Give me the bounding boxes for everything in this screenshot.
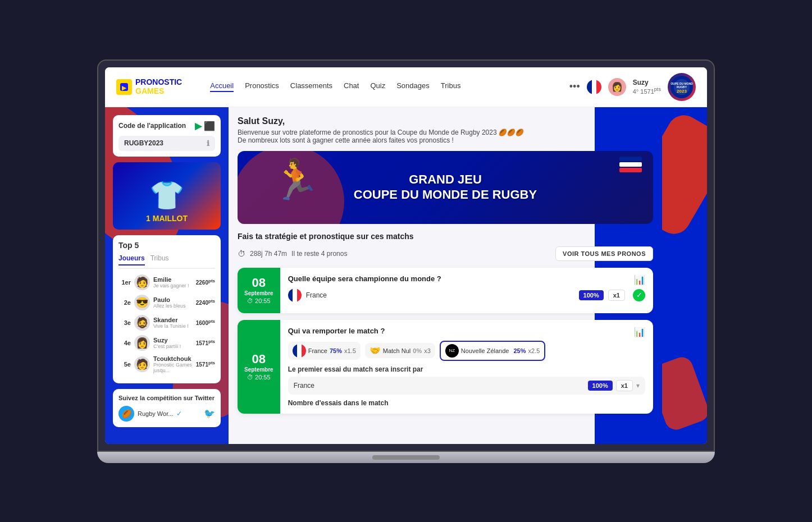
essai-select[interactable]: France 100% x1 ▾ xyxy=(288,377,645,395)
svg-text:2023: 2023 xyxy=(677,89,687,94)
list-item: 4e 👩 Suzy C'est partiii ! 1571pts xyxy=(118,335,215,351)
user-name: Suzy xyxy=(633,79,661,86)
list-item: 5e 🧑 Tcouktchouk Pronostic Games jusqu..… xyxy=(118,355,215,373)
top5-card: Top 5 Joueurs Tribus 1er 🧑 Emilie xyxy=(113,235,221,383)
avatar[interactable]: 👩 xyxy=(608,78,626,96)
nav-accueil[interactable]: Accueil xyxy=(210,81,234,92)
match-card: 08 Septembre ⏱ 20:55 📊 Quelle équipe ser… xyxy=(238,268,653,313)
mult-badge: x1 xyxy=(608,290,625,301)
jersey-label: 1 MAILLOT xyxy=(146,214,188,223)
timer-bar: ⏱ 288j 7h 47m Il te reste 4 pronos VOIR … xyxy=(238,246,653,261)
top5-title: Top 5 xyxy=(118,241,215,250)
app-code-title: Code de l'application ▶ ⬛ xyxy=(118,121,215,131)
jersey-banner: 👕 1 MAILLOT xyxy=(113,162,221,230)
twitter-icon[interactable]: 🐦 xyxy=(204,408,215,419)
flag-decoration xyxy=(619,157,642,172)
list-item: 1er 🧑 Emilie Je vais gagner ! 2260pts xyxy=(118,274,215,290)
avatar: 🧔 xyxy=(134,315,150,331)
google-play-icon[interactable]: ▶ xyxy=(195,121,202,131)
app-code-input[interactable]: RUGBY2023 ℹ xyxy=(118,136,215,151)
clock-icon: ⏱ xyxy=(247,297,253,304)
navbar: ▶ PRONOSTICGAMES Accueil Pronostics Clas… xyxy=(105,67,707,107)
match-card: 08 Septembre ⏱ 20:55 📊 Qui va remporter … xyxy=(238,320,653,414)
top5-tabs: Joueurs Tribus xyxy=(118,254,215,269)
chevron-down-icon: ▾ xyxy=(636,382,640,390)
france-flag xyxy=(288,289,302,302)
nav-more-icon[interactable]: ••• xyxy=(569,81,580,93)
strategy-title: Fais ta stratégie et pronostique sur ces… xyxy=(238,232,653,241)
apple-store-icon[interactable]: ⬛ xyxy=(204,121,215,131)
logo[interactable]: ▶ PRONOSTICGAMES xyxy=(116,78,182,95)
tab-tribus[interactable]: Tribus xyxy=(150,254,169,265)
list-item: 2e 😎 Paulo Allez les bleus 2240pts xyxy=(118,295,215,310)
timer-info: ⏱ 288j 7h 47m Il te reste 4 pronos xyxy=(238,249,347,258)
logo-text: PRONOSTICGAMES xyxy=(135,78,182,95)
hero-title: GRAND JEU COUPE DU MONDE DE RUGBY xyxy=(354,172,537,202)
nav-classements[interactable]: Classements xyxy=(290,81,332,92)
app-code-card: Code de l'application ▶ ⬛ RUGBY2023 ℹ xyxy=(113,115,221,157)
avatar: 👩 xyxy=(134,335,150,351)
info-icon: ℹ xyxy=(207,139,209,148)
twitter-avatar: 🏉 xyxy=(118,406,134,422)
team-option-france[interactable]: France 75% x1.5 xyxy=(288,342,361,360)
jersey-emoji: 👕 xyxy=(149,179,184,212)
match-body: 📊 Quelle équipe sera championne du monde… xyxy=(280,268,653,313)
list-item: 3e 🧔 Skander Vive la Tunisie ! 1600pts xyxy=(118,315,215,331)
rugby-world-cup-logo: COUPE DU MONDE RUGBY 2023 xyxy=(668,73,696,101)
nav-tribus[interactable]: Tribus xyxy=(441,81,461,92)
laptop-notch xyxy=(372,455,440,460)
pct-badge: 100% xyxy=(579,290,604,300)
user-rank: 4° 1571pts xyxy=(633,86,661,95)
main-content: Salut Suzy, Bienvenue sur votre platefor… xyxy=(229,107,662,444)
twitter-verified-icon: ✓ xyxy=(176,410,182,418)
clock-icon: ⏱ xyxy=(247,374,253,381)
france-flag xyxy=(293,344,306,358)
app-store-icons: ▶ ⬛ xyxy=(195,121,215,131)
team-option-nz[interactable]: NZ Nouvelle Zélande 25% x2.5 xyxy=(440,341,545,361)
match-body: 📊 Qui va remporter le match ? France 75%… xyxy=(280,320,653,414)
stats-icon[interactable]: 📊 xyxy=(634,327,645,337)
svg-text:▶: ▶ xyxy=(122,85,127,91)
sidebar: Code de l'application ▶ ⬛ RUGBY2023 ℹ xyxy=(105,107,229,444)
essai-section: Le premier essai du match sera inscrit p… xyxy=(288,365,645,395)
prono-selection: France 100% x1 ✓ xyxy=(288,289,645,302)
confirmed-check-icon: ✓ xyxy=(633,289,645,301)
draw-icon: 🤝 xyxy=(369,345,381,356)
logo-icon: ▶ xyxy=(116,79,132,95)
language-flag-fr[interactable] xyxy=(587,80,601,94)
nav-sondages[interactable]: Sondages xyxy=(396,81,430,92)
greeting: Salut Suzy, xyxy=(238,116,653,126)
match-date: 08 Septembre ⏱ 20:55 xyxy=(238,268,280,313)
nav-pronostics[interactable]: Pronostics xyxy=(245,81,279,92)
nav-right: ••• 👩 Suzy 4° 1571pts COUPE DU MONDE xyxy=(569,73,696,101)
new-zealand-flag: NZ xyxy=(445,344,459,358)
view-all-pronos-button[interactable]: VOIR TOUS MES PRONOS xyxy=(555,246,653,261)
welcome-text-1: Bienvenue sur votre plateforme de pronos… xyxy=(238,129,653,144)
clock-icon: ⏱ xyxy=(238,249,245,258)
rugby-player-silhouette: 🏃 xyxy=(271,157,320,203)
right-decoration xyxy=(662,107,707,444)
nav-quiz[interactable]: Quiz xyxy=(370,81,385,92)
nav-links: Accueil Pronostics Classements Chat Quiz… xyxy=(210,81,558,92)
nav-chat[interactable]: Chat xyxy=(344,81,359,92)
twitter-handle: Rugby Wor... xyxy=(138,410,173,417)
stats-icon[interactable]: 📊 xyxy=(634,274,645,285)
team-option-draw[interactable]: 🤝 Match Nul 0% x3 xyxy=(365,343,435,358)
twitter-section: Suivez la compétition sur Twitter 🏉 Rugb… xyxy=(113,389,221,427)
match-date: 08 Septembre ⏱ 20:55 xyxy=(238,320,280,414)
hero-banner: 🏃 GRAND JEU COUPE DU MONDE DE RUGBY xyxy=(238,151,653,224)
user-info: Suzy 4° 1571pts xyxy=(633,79,661,95)
match-options: France 75% x1.5 🤝 Match Nul 0% xyxy=(288,341,645,361)
avatar: 🧑 xyxy=(134,274,150,290)
avatar: 🧑 xyxy=(134,356,150,372)
avatar: 😎 xyxy=(134,295,150,310)
main-layout: Code de l'application ▶ ⬛ RUGBY2023 ℹ xyxy=(105,107,707,444)
tab-joueurs[interactable]: Joueurs xyxy=(118,254,145,265)
